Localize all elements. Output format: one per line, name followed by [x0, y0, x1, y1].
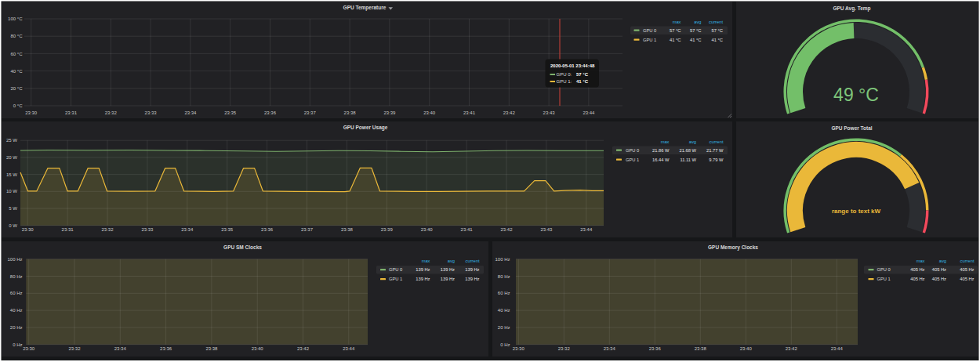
svg-text:100 °C: 100 °C — [8, 16, 23, 21]
svg-text:405 Hz: 405 Hz — [960, 267, 974, 272]
svg-text:max: max — [673, 20, 681, 24]
svg-text:41 °C: 41 °C — [576, 79, 589, 84]
svg-text:GPU Memory Clocks: GPU Memory Clocks — [708, 244, 758, 251]
svg-text:23:31: 23:31 — [62, 227, 74, 232]
svg-text:23:32: 23:32 — [68, 346, 81, 351]
svg-text:60 Hz: 60 Hz — [10, 291, 23, 295]
svg-text:23:38: 23:38 — [695, 346, 707, 351]
svg-text:49 °C: 49 °C — [833, 85, 879, 105]
svg-text:139 Hz: 139 Hz — [441, 267, 455, 272]
svg-text:23:32: 23:32 — [558, 346, 571, 351]
svg-text:GPU 1: GPU 1 — [643, 38, 656, 42]
svg-text:0 W: 0 W — [9, 223, 17, 228]
svg-text:23:36: 23:36 — [264, 110, 277, 115]
svg-text:23:42: 23:42 — [500, 227, 513, 232]
svg-text:23:30: 23:30 — [22, 227, 34, 232]
svg-text:0 °C: 0 °C — [13, 103, 23, 108]
svg-text:40 Hz: 40 Hz — [10, 308, 23, 313]
svg-text:23:35: 23:35 — [221, 227, 234, 232]
svg-text:range to text kW: range to text kW — [832, 208, 881, 215]
svg-text:23:43: 23:43 — [540, 227, 553, 232]
svg-text:23:41: 23:41 — [463, 110, 476, 115]
svg-text:41 °C: 41 °C — [690, 38, 701, 42]
svg-text:avg: avg — [694, 20, 701, 24]
svg-text:25 W: 25 W — [6, 138, 17, 143]
svg-text:57 °C: 57 °C — [712, 28, 723, 33]
svg-text:GPU Avg. Temp: GPU Avg. Temp — [833, 5, 870, 12]
svg-text:0 Hz: 0 Hz — [13, 342, 22, 347]
svg-text:139 Hz: 139 Hz — [465, 277, 479, 281]
svg-text:15 W: 15 W — [6, 172, 17, 177]
svg-text:21.77 W: 21.77 W — [706, 148, 724, 153]
svg-text:GPU 0: GPU 0 — [643, 28, 656, 33]
svg-text:23:35: 23:35 — [224, 110, 237, 115]
svg-text:GPU 0: GPU 0 — [877, 267, 891, 272]
svg-text:23:34: 23:34 — [184, 110, 197, 115]
svg-text:100 Hz: 100 Hz — [7, 257, 22, 262]
svg-text:GPU 0: GPU 0 — [389, 267, 402, 272]
svg-text:139 Hz: 139 Hz — [441, 277, 455, 281]
svg-text:GPU 1: GPU 1 — [877, 277, 891, 281]
svg-text:23:42: 23:42 — [503, 110, 516, 115]
svg-text:avg: avg — [939, 259, 946, 263]
svg-text:23:36: 23:36 — [160, 346, 172, 351]
svg-text:139 Hz: 139 Hz — [416, 277, 430, 281]
svg-text:40 °C: 40 °C — [10, 69, 23, 74]
svg-text:80 °C: 80 °C — [10, 34, 23, 38]
svg-text:23:44: 23:44 — [343, 346, 355, 351]
svg-text:GPU 0:: GPU 0: — [557, 72, 572, 77]
svg-text:20 W: 20 W — [6, 155, 17, 160]
svg-text:405 Hz: 405 Hz — [910, 267, 924, 272]
svg-text:23:42: 23:42 — [297, 346, 310, 351]
svg-text:80 Hz: 80 Hz — [10, 274, 23, 279]
svg-text:10 W: 10 W — [6, 189, 17, 194]
svg-text:23:34: 23:34 — [114, 346, 127, 351]
svg-text:23:39: 23:39 — [381, 227, 394, 232]
svg-text:23:32: 23:32 — [101, 227, 114, 232]
svg-text:23:43: 23:43 — [543, 110, 556, 115]
svg-text:405 Hz: 405 Hz — [910, 277, 924, 281]
svg-text:23:40: 23:40 — [421, 227, 434, 232]
svg-text:23:41: 23:41 — [461, 227, 474, 232]
svg-text:GPU SM Clocks: GPU SM Clocks — [223, 244, 262, 250]
svg-text:60 °C: 60 °C — [10, 52, 23, 56]
svg-text:23:30: 23:30 — [25, 110, 38, 115]
svg-text:GPU Power Total: GPU Power Total — [831, 125, 872, 131]
svg-text:23:34: 23:34 — [181, 227, 194, 232]
svg-text:avg: avg — [448, 259, 455, 263]
svg-text:current: current — [710, 139, 724, 144]
svg-text:avg: avg — [689, 139, 696, 144]
svg-text:23:37: 23:37 — [301, 227, 314, 232]
svg-text:max: max — [916, 259, 925, 263]
svg-text:23:38: 23:38 — [344, 110, 357, 115]
svg-text:405 Hz: 405 Hz — [932, 277, 946, 281]
svg-text:23:38: 23:38 — [341, 227, 354, 232]
svg-text:23:40: 23:40 — [252, 346, 264, 351]
svg-text:GPU 1:: GPU 1: — [557, 79, 572, 84]
svg-text:23:30: 23:30 — [513, 346, 525, 351]
svg-text:20 Hz: 20 Hz — [498, 325, 510, 330]
svg-text:23:44: 23:44 — [831, 346, 844, 351]
svg-text:23:37: 23:37 — [304, 110, 317, 115]
svg-text:max: max — [661, 139, 670, 144]
svg-text:23:44: 23:44 — [580, 227, 593, 232]
svg-text:139 Hz: 139 Hz — [465, 267, 479, 272]
svg-text:23:38: 23:38 — [205, 346, 218, 351]
svg-text:23:40: 23:40 — [740, 346, 753, 351]
svg-text:9.79 W: 9.79 W — [709, 157, 724, 162]
svg-text:GPU 1: GPU 1 — [626, 157, 639, 162]
svg-text:GPU Power Usage: GPU Power Usage — [343, 125, 388, 131]
svg-text:GPU Temperature: GPU Temperature — [343, 5, 387, 11]
svg-text:21.86 W: 21.86 W — [652, 148, 670, 153]
svg-text:60 Hz: 60 Hz — [498, 291, 510, 295]
svg-text:57 °C: 57 °C — [576, 72, 589, 77]
svg-text:GPU 0: GPU 0 — [626, 148, 639, 153]
svg-text:current: current — [709, 20, 723, 24]
svg-text:405 Hz: 405 Hz — [932, 267, 946, 272]
svg-text:16.44 W: 16.44 W — [652, 157, 670, 162]
svg-text:100 Hz: 100 Hz — [495, 257, 510, 262]
svg-text:23:44: 23:44 — [583, 110, 595, 115]
svg-text:139 Hz: 139 Hz — [416, 267, 430, 272]
svg-text:11.11 W: 11.11 W — [680, 157, 696, 162]
svg-text:23:40: 23:40 — [423, 110, 436, 115]
